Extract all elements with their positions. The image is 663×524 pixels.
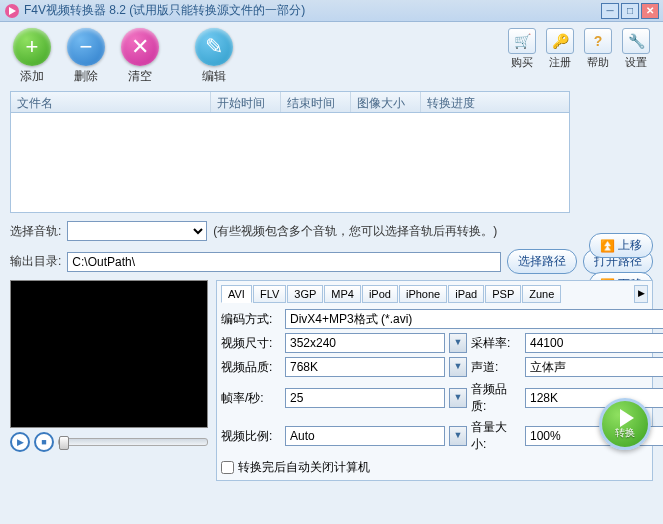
fps-label: 帧率/秒: [221,390,281,407]
fps-dropdown[interactable]: ▼ [449,388,467,408]
tab-flv[interactable]: FLV [253,285,286,303]
tab-psp[interactable]: PSP [485,285,521,303]
sample-select[interactable] [525,333,663,353]
clear-button[interactable]: ✕ 清空 [118,28,162,85]
settings-button[interactable]: 🔧设置 [619,28,653,70]
file-list-header: 文件名 开始时间 结束时间 图像大小 转换进度 [10,91,570,113]
slider-thumb[interactable] [59,436,69,450]
tab-ipod[interactable]: iPod [362,285,398,303]
ratio-select[interactable] [285,426,445,446]
edit-button[interactable]: ✎ 编辑 [192,28,236,85]
audio-track-label: 选择音轨: [10,223,61,240]
ratio-label: 视频比例: [221,428,281,445]
register-button[interactable]: 🔑注册 [543,28,577,70]
encode-label: 编码方式: [221,311,281,328]
file-list-body[interactable] [10,113,570,213]
channel-label: 声道: [471,359,521,376]
edit-icon: ✎ [195,28,233,66]
format-tabs: AVI FLV 3GP MP4 iPod iPhone iPad PSP Zun… [221,285,648,303]
tab-scroll-right[interactable]: ▶ [634,285,648,303]
vq-label: 视频品质: [221,359,281,376]
browse-button[interactable]: 选择路径 [507,249,577,274]
col-size[interactable]: 图像大小 [351,92,421,112]
col-start[interactable]: 开始时间 [211,92,281,112]
close-button[interactable]: ✕ [641,3,659,19]
tab-iphone[interactable]: iPhone [399,285,447,303]
tab-ipad[interactable]: iPad [448,285,484,303]
output-dir-label: 输出目录: [10,253,61,270]
tab-3gp[interactable]: 3GP [287,285,323,303]
add-button[interactable]: + 添加 [10,28,54,85]
stop-button[interactable]: ■ [34,432,54,452]
vq-select[interactable] [285,357,445,377]
maximize-button[interactable]: □ [621,3,639,19]
x-icon: ✕ [121,28,159,66]
help-button[interactable]: ?帮助 [581,28,615,70]
play-button[interactable]: ▶ [10,432,30,452]
col-filename[interactable]: 文件名 [11,92,211,112]
minimize-button[interactable]: ─ [601,3,619,19]
buy-button[interactable]: 🛒购买 [505,28,539,70]
shutdown-checkbox[interactable] [221,461,234,474]
output-dir-input[interactable] [67,252,501,272]
size-select[interactable] [285,333,445,353]
audio-track-select[interactable] [67,221,207,241]
col-progress[interactable]: 转换进度 [421,92,569,112]
video-preview [10,280,208,428]
aq-label: 音频品质: [471,381,521,415]
delete-button[interactable]: − 删除 [64,28,108,85]
window-title: F4V视频转换器 8.2 (试用版只能转换源文件的一部分) [24,2,601,19]
cart-icon: 🛒 [508,28,536,54]
sample-label: 采样率: [471,335,521,352]
shutdown-label: 转换完后自动关闭计算机 [238,459,370,476]
size-label: 视频尺寸: [221,335,281,352]
double-up-icon: ⏫ [600,239,615,253]
convert-button[interactable]: 转换 [599,398,651,450]
app-icon [4,3,20,19]
fps-select[interactable] [285,388,445,408]
settings-icon: 🔧 [622,28,650,54]
size-dropdown[interactable]: ▼ [449,333,467,353]
plus-icon: + [13,28,51,66]
ratio-dropdown[interactable]: ▼ [449,426,467,446]
tab-mp4[interactable]: MP4 [324,285,361,303]
minus-icon: − [67,28,105,66]
audio-hint: (有些视频包含多个音轨，您可以选择音轨后再转换。) [213,223,497,240]
vq-dropdown[interactable]: ▼ [449,357,467,377]
move-up-button[interactable]: ⏫上移 [589,233,653,258]
tab-zune[interactable]: Zune [522,285,561,303]
key-icon: 🔑 [546,28,574,54]
seek-slider[interactable] [58,438,208,446]
encode-select[interactable] [285,309,663,329]
help-icon: ? [584,28,612,54]
col-end[interactable]: 结束时间 [281,92,351,112]
vol-label: 音量大小: [471,419,521,453]
tab-avi[interactable]: AVI [221,285,252,303]
play-triangle-icon [620,409,634,427]
channel-select[interactable] [525,357,663,377]
